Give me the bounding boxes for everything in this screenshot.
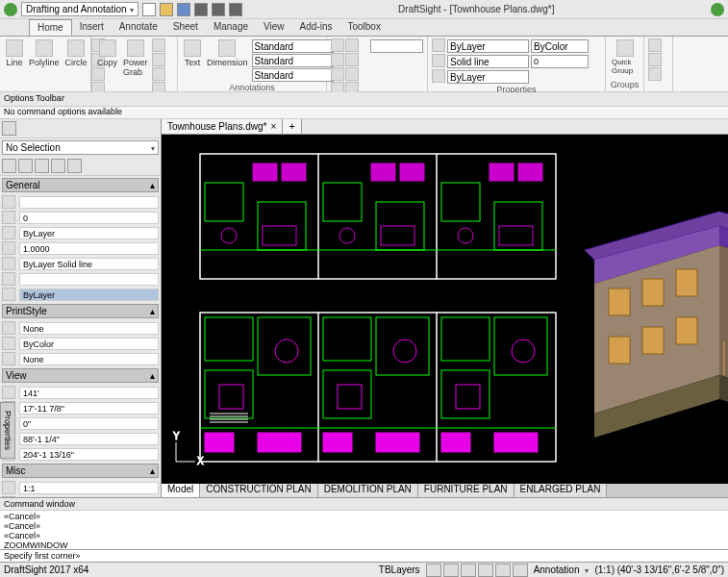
palette-btn-icon[interactable] (2, 159, 16, 173)
layer-tool-icon[interactable] (331, 53, 344, 66)
prop-empty[interactable] (19, 273, 159, 286)
tab-model[interactable]: Model (162, 484, 200, 497)
palette-tool-icon[interactable] (2, 121, 16, 136)
modify-tool-icon[interactable] (152, 38, 165, 52)
qat-print-icon[interactable] (194, 3, 208, 16)
tab-view[interactable]: View (256, 19, 292, 36)
layer-tool-icon[interactable] (345, 53, 359, 66)
group-tool-icon[interactable] (648, 53, 662, 66)
tab-construction[interactable]: CONSTRUCTION PLAN (200, 484, 317, 497)
status-toggle-icon[interactable] (461, 564, 476, 577)
prop-misc-scale[interactable]: 1:1 (19, 482, 159, 494)
bycolor-select[interactable]: ByColor (531, 39, 589, 53)
annotation-scale[interactable]: Annotation (534, 564, 580, 575)
layer-select[interactable] (370, 39, 423, 53)
tblayers-label[interactable]: TBLayers (379, 564, 420, 575)
lw-select[interactable]: ByLayer (447, 70, 529, 84)
text-button[interactable]: Text (182, 38, 203, 83)
prop-view-z[interactable]: 0" (19, 417, 159, 430)
selection-filter[interactable]: No Selection (2, 140, 159, 155)
prop-print-bycolor[interactable]: ByColor (19, 338, 159, 350)
group-tool-icon[interactable] (648, 38, 662, 52)
prop-print-none[interactable]: None (19, 322, 159, 335)
prop-view-w[interactable]: 88'-1 1/4" (19, 433, 159, 445)
close-icon[interactable]: × (270, 121, 276, 132)
section-print[interactable]: PrintStyle▴ (2, 304, 159, 318)
lw-icon[interactable] (432, 69, 445, 83)
prop-scale[interactable]: 1.0000 (19, 242, 159, 255)
section-general[interactable]: General▴ (2, 178, 159, 192)
prop-print-none2[interactable]: None (19, 353, 159, 365)
polyline-button[interactable]: Polyline (27, 38, 62, 95)
prop-value[interactable] (19, 196, 159, 209)
text-style-select[interactable]: Standard (252, 39, 334, 53)
prop-view-y[interactable]: 17'-11 7/8" (19, 402, 159, 414)
status-toggle-icon[interactable] (478, 564, 493, 577)
linetype-select[interactable]: Solid line (447, 55, 529, 68)
layer-tool-icon[interactable] (331, 38, 344, 52)
svg-point-17 (339, 228, 355, 243)
tab-insert[interactable]: Insert (72, 19, 112, 36)
lineweight-select[interactable]: 0 (531, 55, 589, 68)
quick-group-button[interactable]: Quick Group (610, 38, 640, 76)
qat-open-icon[interactable] (160, 3, 173, 16)
prop-misc-yes1[interactable]: Yes (19, 497, 159, 498)
qat-undo-icon[interactable] (212, 3, 225, 16)
prop-layer[interactable]: 0 (19, 212, 159, 224)
section-view[interactable]: View▴ (2, 368, 159, 383)
layer-tool-icon[interactable] (345, 67, 359, 81)
tab-furniture[interactable]: FURNITURE PLAN (418, 484, 515, 497)
tab-manage[interactable]: Manage (206, 19, 256, 36)
palette-btn-icon[interactable] (18, 159, 33, 173)
svg-rect-70 (609, 288, 630, 315)
qat-redo-icon[interactable] (229, 3, 242, 16)
svg-rect-71 (642, 279, 664, 306)
modify-tool-icon[interactable] (152, 67, 165, 81)
dim-style-select[interactable]: Standard (252, 54, 334, 67)
tab-toolbox[interactable]: Toolbox (339, 19, 388, 36)
bylayer-select[interactable]: ByLayer (447, 39, 529, 53)
layer-tool-icon[interactable] (345, 38, 359, 52)
drawing-canvas[interactable]: XY (162, 135, 728, 484)
status-toggle-icon[interactable] (495, 564, 511, 577)
section-misc[interactable]: Misc▴ (2, 464, 159, 478)
palette-btn-icon[interactable] (67, 159, 82, 173)
status-toggle-icon[interactable] (513, 564, 528, 577)
tab-enlarged[interactable]: ENLARGED PLAN (515, 484, 608, 497)
color-icon[interactable] (432, 38, 445, 52)
prop-view-h[interactable]: 204'-1 13/16" (19, 448, 159, 461)
chevron-down-icon (130, 4, 134, 14)
prop-view-x[interactable]: 141' (19, 387, 159, 399)
circle-button[interactable]: Circle (63, 38, 89, 95)
workspace-selector[interactable]: Drafting and Annotation (21, 2, 138, 16)
modify-tool-icon[interactable] (152, 53, 165, 66)
group-tool-icon[interactable] (648, 67, 662, 81)
command-input[interactable]: Specify first corner» (0, 549, 728, 562)
palette-btn-icon[interactable] (51, 159, 65, 173)
document-tab[interactable]: Townhouse Plans.dwg*× (162, 119, 283, 134)
tab-annotate[interactable]: Annotate (112, 19, 165, 36)
layer-tool-icon[interactable] (331, 67, 344, 81)
prop-icon (2, 195, 15, 209)
prop-bylayer[interactable]: ByLayer (19, 227, 159, 239)
tab-addins[interactable]: Add-ins (292, 19, 340, 36)
status-toggle-icon[interactable] (426, 564, 441, 577)
tab-demolition[interactable]: DEMOLITION PLAN (318, 484, 418, 497)
tab-home[interactable]: Home (29, 19, 72, 36)
dimension-button[interactable]: Dimension (205, 38, 250, 83)
prop-linetype[interactable]: ByLayer Solid line (19, 258, 159, 270)
linetype-icon[interactable] (432, 54, 445, 67)
table-style-select[interactable]: Standard (252, 68, 334, 82)
prop-icon (2, 337, 15, 350)
prop-bylayer2[interactable]: ByLayer (19, 288, 159, 301)
palette-btn-icon[interactable] (35, 159, 49, 173)
svg-rect-35 (494, 317, 547, 375)
app-logo-right (711, 3, 724, 16)
add-tab-button[interactable]: + (283, 119, 302, 134)
tab-sheet[interactable]: Sheet (165, 19, 206, 36)
qat-new-icon[interactable] (142, 3, 156, 16)
qat-save-icon[interactable] (177, 3, 190, 16)
status-toggle-icon[interactable] (443, 564, 459, 577)
line-button[interactable]: Line (4, 38, 25, 95)
properties-tab-vertical[interactable]: Properties (0, 402, 15, 459)
